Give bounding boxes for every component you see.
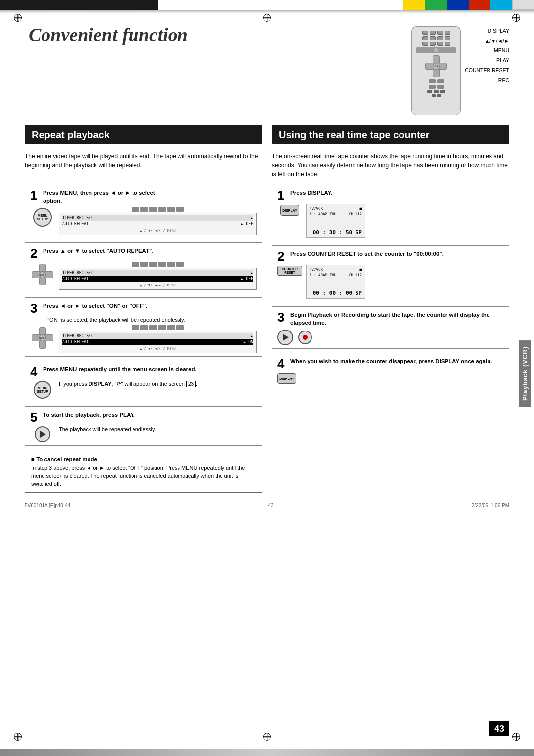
reg-mark-bottomleft [14,733,22,742]
bottom-bar [0,749,534,756]
step3-screen: TIMER REC SET ► AUTO REPEAT ► ON ▲ / ▼/ … [59,331,257,353]
play-btn-step5 [35,426,50,442]
counter-intro: The on-screen real time tape counter sho… [272,152,509,179]
remote-play-label: PLAY [465,56,509,66]
counter-reset-btn: COUNTERRESET [277,266,302,276]
play-rec-area [277,330,312,345]
remote-body: OK [411,26,461,115]
play-icon [40,431,46,438]
reg-mark-topcenter [263,14,271,23]
intro-row: The entire video tape will be played unt… [25,152,509,179]
step-number-5: 5 [30,411,40,424]
reg-mark-topright [512,14,520,23]
counter-step-2: 2 Press COUNTER RESET to set the counter… [272,245,509,302]
repeat-step-4: 4 Press MENU repeatedly until the menu s… [25,361,262,402]
play-btn-step3-right [277,330,293,345]
page-title: Convenient function [25,24,188,46]
repeat-step-3: 3 Press ◄ or ► to select "ON" or "OFF". … [25,297,262,357]
dpad-enter-icon-3: ENT [39,334,46,341]
step-3-sub: If "ON" is selected, the playback will b… [43,317,257,323]
step-number-2: 2 [30,247,40,260]
display-btn-step4: DISPLAY [277,373,296,384]
section-headings: Repeat playback Using the real time tape… [25,125,509,144]
counter-step-3: 3 Begin Playback or Recording to start t… [272,306,509,349]
footer-left: 5V60101A [E]p40-44 [25,503,70,508]
counter-step-4-text: When you wish to make the counter disapp… [290,357,504,365]
menu-setup-btn: MENUSETUP [33,208,52,227]
remote-menu-label: MENU [465,46,509,56]
menu-btn-step4: MENUSETUP [34,381,51,399]
main-steps-area: 1 Press MENU, then press ◄ or ► to selec… [25,185,509,493]
step-3-text: Press ◄ or ► to select "ON" or "OFF". [43,302,257,310]
repeat-steps-col: 1 Press MENU, then press ◄ or ► to selec… [25,185,262,493]
step-number-3: 3 [30,302,40,315]
footer: 5V60101A [E]p40-44 43 2/22/06, 1:06 PM [25,503,509,508]
remote-arrows-label: ▲/▼/◄/► [465,36,509,46]
dpad-enter-icon: ENT [39,271,46,278]
counter-step-1: 1 Press DISPLAY. DISPLAY TV/VCR ■ [272,185,509,241]
page-number: 43 [490,721,509,736]
repeat-playback-heading: Repeat playback [25,125,262,144]
remote-display-label: DISPLAY [465,26,509,36]
counter-step-number-1: 1 [277,189,287,202]
real-time-counter-heading: Using the real time tape counter [272,125,509,144]
step-2-text: Press ▲ or ▼ to select "AUTO REPEAT". [43,247,257,255]
tv-screen-step1: TV/VCR ■ 8 : 40AM THU CH 012 00 : 30 : 5… [306,204,365,238]
play-icon-right [283,334,289,341]
step-1-text: Press MENU, then press ◄ or ► to select … [43,189,257,205]
remote-counter-reset-label: COUNTER RESET [465,66,509,76]
step-5-sub: The playback will be repeated endlessly. [59,425,156,434]
cancel-text: In step 3 above, press ◄ or ► to select … [31,464,256,488]
top-section: Convenient function [25,24,509,115]
step-4-sub: If you press DISPLAY, "⟳" will appear on… [59,381,197,387]
counter-step-number-4: 4 [277,357,287,370]
repeat-step-2: 2 Press ▲ or ▼ to select "AUTO REPEAT". … [25,242,262,293]
repeat-step-1: 1 Press MENU, then press ◄ or ► to selec… [25,185,262,238]
remote-diagram: OK [411,24,509,115]
repeat-intro: The entire video tape will be played unt… [25,152,262,179]
repeat-step-5: 5 To start the playback, press PLAY. The… [25,406,262,446]
step-number-1: 1 [30,189,40,202]
footer-center: 43 [268,503,274,508]
footer-right: 2/22/06, 1:06 PM [472,503,509,508]
display-btn-step1: DISPLAY [280,205,299,216]
rec-dot-icon [303,335,308,340]
header-gradient [0,10,534,14]
step-4-text: Press MENU repeatedly until the menu scr… [43,365,257,373]
counter-step-number-3: 3 [277,311,287,324]
counter-step-3-text: Begin Playback or Recording to start the… [290,311,504,327]
top-color-bar [0,0,534,10]
counter-step-2-text: Press COUNTER RESET to set the counter t… [290,250,504,258]
step-5-text: To start the playback, press PLAY. [43,411,257,419]
counter-step-4: 4 When you wish to make the counter disa… [272,353,509,387]
remote-labels: DISPLAY ▲/▼/◄/► MENU PLAY COUNTER RESET … [465,26,509,86]
counter-steps-col: 1 Press DISPLAY. DISPLAY TV/VCR ■ [272,185,509,391]
counter-step-1-text: Press DISPLAY. [290,189,504,197]
tv-screen-step2: TV/VCR ■ 8 : 40AM THU CH 012 00 : 00 : 0… [306,265,365,299]
remote-rec-label: REC [465,76,509,86]
step-number-4: 4 [30,365,40,378]
reg-mark-bottomcenter [263,733,271,742]
rec-btn [298,331,312,344]
reg-mark-topleft [14,14,22,23]
cancel-info-box: ■ To cancel repeat mode In step 3 above,… [25,451,262,493]
step1-screen: TIMER REC SET ► AUTO REPEAT ► OFF ▲ / ▼/… [59,213,257,235]
cancel-title: ■ To cancel repeat mode [31,455,256,464]
counter-step-number-2: 2 [277,250,287,263]
vcr-sidebar-label: Playback (VCR) [519,340,531,407]
reg-mark-bottomright [512,733,520,742]
step2-screen: TIMER REC SET ► AUTO REPEAT ► OFF ▲ / ▼/… [59,268,257,290]
